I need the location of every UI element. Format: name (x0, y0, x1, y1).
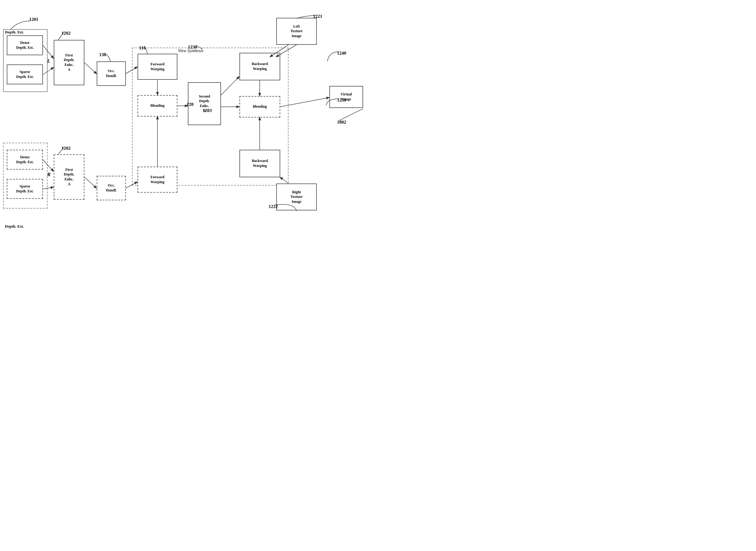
ref-1250: 1250 (337, 98, 346, 103)
ref-110: 110 (139, 45, 146, 51)
ref-1002: 1002 (337, 120, 346, 125)
box-blending-R2-label: Blending (253, 104, 267, 109)
region-label-depth-est-R: Depth. Est. (5, 224, 24, 229)
ref-1230: 1230 (188, 44, 197, 50)
box-sparse-depth-L-label: SparseDepth. Est. (16, 70, 33, 79)
ref-1221: 1221 (313, 14, 322, 19)
ref-1203: 1203 (203, 108, 212, 113)
ref-120: 120 (186, 102, 194, 107)
box-occ-handl-L: Occ.Handl. (97, 61, 126, 86)
label-L: L (47, 58, 50, 64)
region-label-depth-est-L: Depth. Est. (5, 30, 24, 35)
box-blending-L: Blending (137, 95, 177, 117)
ref-1202-bot: 1202 (61, 146, 71, 151)
ref-130: 130 (99, 52, 106, 57)
box-left-texture-label: LeftTextureImage (290, 24, 302, 39)
box-right-texture: RightTextureImage (276, 183, 317, 210)
box-forward-warping-L-label: ForwardWarping (150, 62, 164, 71)
diagram-container: Depth. Est. Depth. Est. View Synthesis D… (0, 0, 378, 276)
box-right-texture-label: RightTextureImage (290, 190, 302, 204)
box-virtual-image: VirtualImage (329, 86, 363, 108)
box-sparse-depth-R: SparseDepth. Est. (7, 179, 43, 199)
box-sparse-depth-R-label: SparseDepth. Est. (16, 184, 33, 193)
box-occ-handl-L-label: Occ.Handl. (106, 69, 117, 78)
box-forward-warping-L: ForwardWarping (137, 54, 177, 80)
box-backward-warping-L: BackwardWarping (240, 53, 280, 80)
box-backward-warping-R: BackwardWarping (240, 150, 280, 177)
box-backward-warping-L-label: BackwardWarping (252, 62, 268, 71)
box-blending-L-label: Blending (150, 103, 164, 108)
box-forward-warping-R: ForwardWarping (137, 166, 177, 193)
box-forward-warping-R-label: ForwardWarping (150, 175, 164, 184)
box-dense-depth-L: DenseDepth. Est. (7, 35, 43, 55)
svg-line-16 (84, 177, 96, 188)
box-first-depth-A-R: FirstDepth.Enhc.A (54, 154, 84, 200)
ref-1201: 1201 (29, 17, 38, 22)
box-dense-depth-L-label: DenseDepth. Est. (16, 40, 33, 50)
ref-1222: 1222 (269, 204, 278, 209)
box-left-texture: LeftTextureImage (276, 18, 317, 45)
box-backward-warping-R-label: BackwardWarping (252, 159, 268, 168)
box-occ-handl-R: Occ.Handl. (97, 176, 126, 200)
box-blending-R2: Blending (240, 96, 280, 117)
box-sparse-depth-L: SparseDepth. Est. (7, 64, 43, 84)
box-first-depth-A-R-label: FirstDepth.Enhc.A (64, 167, 74, 186)
label-R: R (47, 172, 51, 177)
ref-1240: 1240 (337, 51, 346, 56)
box-first-depth-A-L-label: FirstDepth.Enhc.A (64, 53, 74, 72)
box-occ-handl-R-label: Occ.Handl. (106, 183, 117, 193)
ref-1202-top: 1202 (61, 31, 71, 36)
svg-line-2 (84, 63, 96, 74)
box-first-depth-A-L: FirstDepth.Enhc.A (54, 40, 84, 85)
box-dense-depth-R: DenseDepth. Est. (7, 150, 43, 170)
box-dense-depth-R-label: DenseDepth. Est. (16, 155, 33, 164)
